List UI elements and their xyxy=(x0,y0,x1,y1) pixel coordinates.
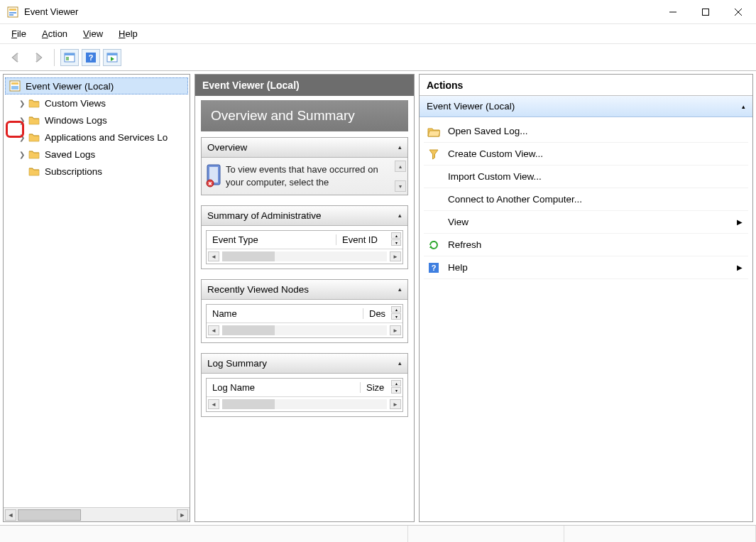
svg-text:✖: ✖ xyxy=(208,181,212,186)
show-hide-console-tree-button[interactable] xyxy=(103,49,121,66)
collapse-icon[interactable]: ▴ xyxy=(398,143,402,151)
action-item[interactable]: Create Custom View... xyxy=(424,143,748,166)
actions-group-header[interactable]: Event Viewer (Local) ▴ xyxy=(420,96,752,117)
scroll-right-arrow[interactable]: ► xyxy=(390,325,401,335)
folder-icon xyxy=(28,131,40,143)
svg-rect-17 xyxy=(11,82,18,85)
col-event-id[interactable]: Event ID xyxy=(336,234,391,245)
svg-rect-14 xyxy=(107,53,117,55)
action-item[interactable]: View▶ xyxy=(424,211,748,234)
tree-root-label: Event Viewer (Local) xyxy=(24,81,114,92)
maximize-button[interactable] xyxy=(689,1,722,23)
collapse-icon[interactable]: ▴ xyxy=(398,359,402,367)
summary-table-header[interactable]: Event Type Event ID ▴▾ xyxy=(207,231,402,249)
action-item[interactable]: ?Help▶ xyxy=(424,256,748,279)
action-label: Open Saved Log... xyxy=(448,126,528,136)
expand-icon[interactable]: ❯ xyxy=(16,134,28,141)
tree-item[interactable]: ❯Windows Logs xyxy=(4,112,190,129)
svg-rect-2 xyxy=(9,12,16,13)
nav-forward-button[interactable] xyxy=(28,48,48,67)
recent-section-header[interactable]: Recently Viewed Nodes ▴ xyxy=(202,280,407,300)
action-label: Connect to Another Computer... xyxy=(448,194,582,205)
collapse-icon[interactable]: ▴ xyxy=(398,286,402,293)
close-button[interactable] xyxy=(722,1,755,23)
blank-icon xyxy=(427,193,441,207)
col-event-type[interactable]: Event Type xyxy=(207,234,336,245)
menu-help[interactable]: Help xyxy=(111,27,145,40)
tree-item-label: Subscriptions xyxy=(43,166,102,177)
tree-horizontal-scrollbar[interactable]: ◄ ► xyxy=(4,507,190,521)
scroll-left-arrow[interactable]: ◄ xyxy=(208,325,219,335)
tree-item[interactable]: ❯Saved Logs xyxy=(4,146,190,163)
tree-item-label: Windows Logs xyxy=(43,115,107,126)
overview-section: Overview ▴ ✖ To view events that have oc… xyxy=(201,137,408,195)
summary-hscroll[interactable]: ◄ ► xyxy=(207,249,402,264)
tree-item[interactable]: Subscriptions xyxy=(4,163,190,180)
recent-hscroll[interactable]: ◄ ► xyxy=(207,323,402,337)
tree-item[interactable]: ❯Custom Views xyxy=(4,94,190,112)
table-spinner[interactable]: ▴▾ xyxy=(391,306,401,320)
scroll-left-arrow[interactable]: ◄ xyxy=(5,509,16,521)
table-spinner[interactable]: ▴▾ xyxy=(391,380,401,394)
scroll-right-arrow[interactable]: ► xyxy=(177,509,188,521)
log-summary-hscroll[interactable]: ◄ ► xyxy=(207,397,402,411)
expand-icon[interactable]: ❯ xyxy=(16,99,28,107)
book-icon: ✖ xyxy=(204,163,226,189)
svg-rect-10 xyxy=(66,57,69,60)
expand-icon[interactable]: ❯ xyxy=(16,151,28,158)
col-log-name[interactable]: Log Name xyxy=(207,382,360,393)
summary-section-header[interactable]: Summary of Administrative ▴ xyxy=(202,206,407,226)
col-desc[interactable]: Des xyxy=(363,308,391,319)
scroll-right-arrow[interactable]: ► xyxy=(390,251,401,261)
actions-list: Open Saved Log...Create Custom View...Im… xyxy=(420,117,752,282)
blank-icon xyxy=(427,170,441,184)
collapse-icon[interactable]: ▴ xyxy=(398,212,402,219)
scroll-left-arrow[interactable]: ◄ xyxy=(208,251,219,261)
action-label: View xyxy=(448,217,469,227)
action-item[interactable]: Open Saved Log... xyxy=(424,120,748,143)
action-item[interactable]: Refresh xyxy=(424,234,748,256)
tree-root[interactable]: Event Viewer (Local) xyxy=(5,77,188,94)
svg-text:?: ? xyxy=(432,264,437,272)
overview-section-header[interactable]: Overview ▴ xyxy=(202,138,407,158)
col-size[interactable]: Size xyxy=(360,382,391,393)
minimize-button[interactable] xyxy=(657,1,689,23)
expand-icon[interactable]: ❯ xyxy=(16,116,28,124)
menu-file[interactable]: File xyxy=(4,27,33,40)
overview-title: Overview xyxy=(207,142,247,153)
log-summary-table-header[interactable]: Log Name Size ▴▾ xyxy=(207,379,402,397)
actions-pane: Actions Event Viewer (Local) ▴ Open Save… xyxy=(419,74,753,522)
scroll-up-arrow[interactable]: ▴ xyxy=(395,161,406,172)
table-spinner[interactable]: ▴▾ xyxy=(391,232,401,246)
help-button[interactable]: ? xyxy=(82,49,100,66)
recent-title: Recently Viewed Nodes xyxy=(207,284,309,295)
menu-action[interactable]: Action xyxy=(35,27,75,40)
menu-bar: File Action View Help xyxy=(0,24,756,44)
col-name[interactable]: Name xyxy=(207,308,363,319)
recent-table-header[interactable]: Name Des ▴▾ xyxy=(207,305,402,323)
scroll-track[interactable] xyxy=(18,509,175,521)
summary-section: Summary of Administrative ▴ Event Type E… xyxy=(201,205,408,269)
action-item[interactable]: Import Custom View... xyxy=(424,166,748,188)
scroll-down-arrow[interactable]: ▾ xyxy=(395,180,406,192)
nav-back-button[interactable] xyxy=(6,48,26,67)
actions-header: Actions xyxy=(420,75,752,96)
overview-vertical-scrollbar[interactable]: ▴ ▾ xyxy=(395,161,406,192)
action-item[interactable]: Connect to Another Computer... xyxy=(424,188,748,211)
properties-button[interactable] xyxy=(60,49,79,66)
tree-body[interactable]: Event Viewer (Local) ❯Custom Views❯Windo… xyxy=(4,75,190,507)
status-cell xyxy=(408,526,564,542)
menu-view[interactable]: View xyxy=(76,27,110,40)
tree-item[interactable]: ❯Applications and Services Lo xyxy=(4,129,190,146)
log-summary-title: Log Summary xyxy=(207,358,267,369)
action-label: Refresh xyxy=(448,239,481,250)
svg-rect-3 xyxy=(9,14,13,16)
title-bar: Event Viewer xyxy=(0,0,756,24)
scroll-thumb[interactable] xyxy=(18,509,81,521)
tree-item-label: Saved Logs xyxy=(43,149,95,160)
scroll-right-arrow[interactable]: ► xyxy=(390,399,401,409)
scroll-left-arrow[interactable]: ◄ xyxy=(208,399,219,409)
log-summary-section-header[interactable]: Log Summary ▴ xyxy=(202,354,407,374)
event-viewer-icon xyxy=(9,80,21,92)
collapse-icon[interactable]: ▴ xyxy=(742,103,745,110)
